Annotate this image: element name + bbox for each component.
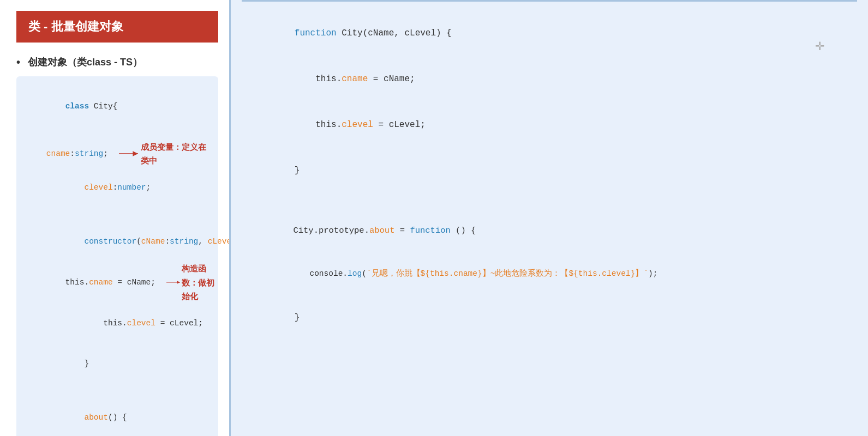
code-line-1: class City{ [27,86,207,126]
code-line-constructor: constructor(cName:string, cLevel:number)… [27,221,207,262]
code-line-cname-row: cname:string; 成员变量：定义在 类中 [27,140,207,168]
page-container: 类 - 批量创建对象 • 创建对象（类class - TS） class Cit… [0,0,868,436]
rc-line2: this.cname = cName; [253,56,846,102]
right-code-area: ✛ function City(cName, cLevel) { this.cn… [242,2,857,349]
section1-label: • 创建对象（类class - TS） [16,56,218,69]
right-panel: ✛ function City(cName, cLevel) { this.cn… [229,0,868,436]
code-line-blank2 [27,208,207,221]
code-line-this-cname-row: this.cname = cName; 构造函数：做初始化 [27,262,207,304]
code-line-close-constructor: } [27,343,207,384]
code-line-cname: cname:string; [27,147,108,161]
annotation2-text: 构造函数：做初始化 [182,262,215,304]
arrow-right-svg [119,148,141,159]
rc-line7: } [253,295,846,341]
annotation-constructor: 构造函数：做初始化 [166,262,215,304]
section1-text: 创建对象（类class - TS） [28,56,142,69]
code-line-clevel: clevel:number; [27,168,207,208]
rc-line5: City.prototype.about = function () { [253,209,846,253]
rc-line3: this.clevel = cLevel; [253,102,846,148]
move-icon: ✛ [815,33,824,59]
annotation1-text: 成员变量：定义在 类中 [141,140,207,168]
code-line-this-clevel: this.clevel = cLevel; [27,304,207,344]
arrow-right-svg2 [166,277,182,288]
rc-line4: } [253,148,846,193]
annotation-member-var: 成员变量：定义在 类中 [119,140,207,168]
code-line-about: about() { [27,397,207,436]
rc-line1: function City(cName, cLevel) { [253,10,846,56]
page-title: 类 - 批量创建对象 [16,11,218,43]
code-line-this-cname: this.cname = cName; [27,276,155,289]
code-line-blank1 [27,126,207,140]
rc-line6: console.log(`兄嗯，你跳【${this.cname}】~此地危险系数… [253,253,846,294]
rc-line-blank [253,193,846,209]
bullet1: • [16,56,20,69]
left-panel: 类 - 批量创建对象 • 创建对象（类class - TS） class Cit… [0,0,229,436]
class-code-block: class City{ cname:string; 成员变量：定义在 类中 [16,76,218,436]
title-text: 类 - 批量创建对象 [28,20,123,33]
code-line-blank3 [27,384,207,397]
